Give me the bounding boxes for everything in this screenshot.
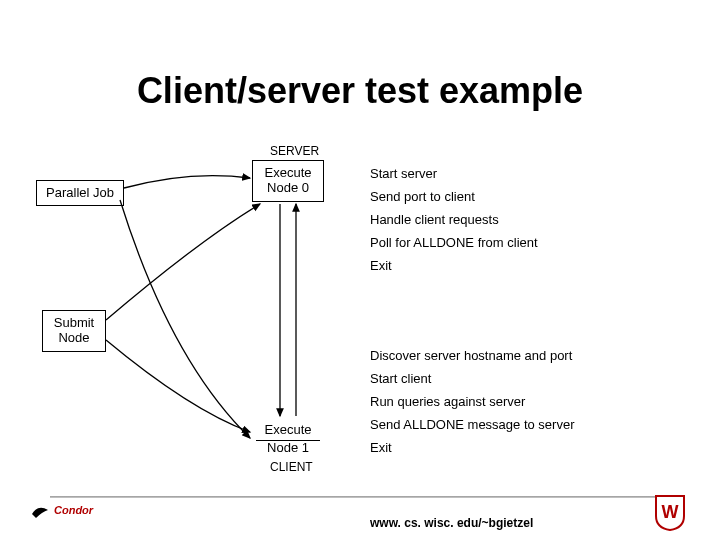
server-step-3: Poll for ALLDONE from client xyxy=(370,235,538,250)
client-steps: Discover server hostname and port Start … xyxy=(370,348,575,463)
server-step-1: Send port to client xyxy=(370,189,538,204)
svg-text:Condor: Condor xyxy=(54,504,94,516)
submit-node-line2: Node xyxy=(58,331,89,346)
client-label: CLIENT xyxy=(270,460,313,474)
client-step-0: Discover server hostname and port xyxy=(370,348,575,363)
execute-node0-box: Execute Node 0 xyxy=(252,160,324,202)
page-title: Client/server test example xyxy=(0,70,720,112)
server-step-2: Handle client requests xyxy=(370,212,538,227)
footer-url: www. cs. wisc. edu/~bgietzel xyxy=(370,516,533,530)
execute-node1-box: Execute Node 1 xyxy=(252,418,324,460)
client-step-3: Send ALLDONE message to server xyxy=(370,417,575,432)
execute-node0-line1: Execute xyxy=(265,166,312,181)
execute-node1-line1: Execute xyxy=(256,423,320,441)
client-step-1: Start client xyxy=(370,371,575,386)
svg-text:W: W xyxy=(662,502,679,522)
wisconsin-crest-icon: W xyxy=(650,492,690,532)
execute-node0-line2: Node 0 xyxy=(267,181,309,196)
parallel-job-box: Parallel Job xyxy=(36,180,124,206)
server-label: SERVER xyxy=(270,144,319,158)
submit-node-line1: Submit xyxy=(54,316,94,331)
condor-logo: Condor xyxy=(30,500,120,524)
server-steps: Start server Send port to client Handle … xyxy=(370,166,538,281)
submit-node-box: Submit Node xyxy=(42,310,106,352)
parallel-job-text: Parallel Job xyxy=(46,186,114,201)
footer-divider xyxy=(50,496,670,498)
execute-node1-line2: Node 1 xyxy=(267,441,309,456)
client-step-4: Exit xyxy=(370,440,575,455)
client-step-2: Run queries against server xyxy=(370,394,575,409)
server-step-0: Start server xyxy=(370,166,538,181)
server-step-4: Exit xyxy=(370,258,538,273)
